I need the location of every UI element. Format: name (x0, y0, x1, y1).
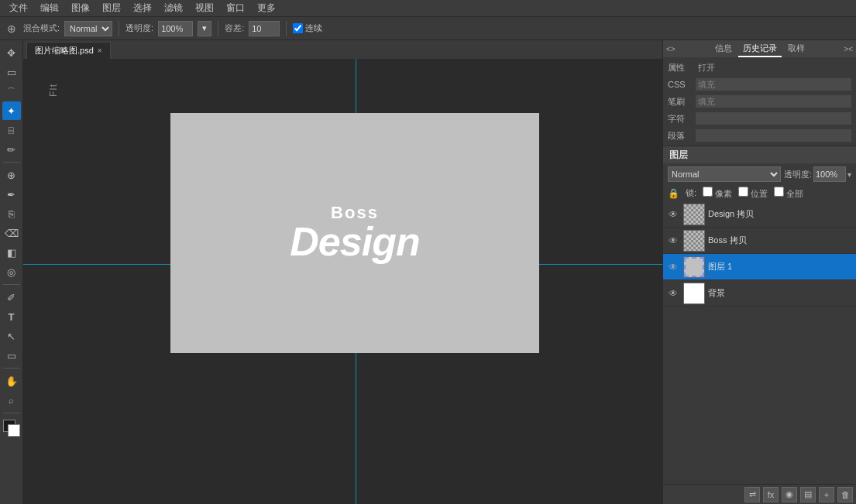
panel-arrows-right[interactable]: >< (844, 45, 853, 53)
paragraph-label: 段落 (668, 130, 696, 142)
panel-row-brush: 笔刷 填充 (663, 93, 856, 110)
brush-label: 笔刷 (668, 96, 696, 108)
panel-arrows-left[interactable]: <> (666, 45, 676, 53)
tool-crop[interactable]: ⌸ (2, 121, 21, 139)
tool-shape[interactable]: ▭ (2, 346, 21, 365)
tool-text[interactable]: T (2, 307, 21, 326)
tool-zoom[interactable]: ⌕ (2, 391, 21, 410)
layer-item-boss-copy[interactable]: 👁 Boss 拷贝 (663, 228, 856, 254)
menu-more[interactable]: 更多 (251, 0, 282, 16)
tool-pen[interactable]: ✐ (2, 288, 21, 307)
lock-pixel-label[interactable]: 像素 (703, 187, 732, 200)
lock-all-label[interactable]: 全部 (774, 187, 803, 200)
attribute-value[interactable]: 打开 (696, 61, 851, 74)
layers-btn-trash[interactable]: 🗑 (837, 487, 853, 502)
background-color[interactable] (8, 424, 20, 437)
color-swatch[interactable] (3, 420, 20, 437)
layer-thumb-design-copy (683, 204, 705, 225)
layer-name-layer1: 图层 1 (708, 261, 853, 273)
tab-psd[interactable]: 图片缩略图.psd × (26, 42, 111, 59)
tool-stamp[interactable]: ⎘ (2, 204, 21, 223)
blend-mode-icon: ⊕ (5, 22, 19, 36)
lock-position-checkbox[interactable] (738, 187, 748, 197)
css-value[interactable]: 填充 (696, 78, 851, 91)
canvas-viewport[interactable]: Boss Design (23, 59, 662, 504)
tab-sample[interactable]: 取样 (783, 41, 810, 57)
toolbar-divider-1 (119, 21, 119, 36)
panel-top: <> 信息 历史记录 取样 >< 属性 打开 CSS 填充 笔刷 (663, 40, 856, 146)
tool-sep-2 (3, 284, 20, 285)
tab-info[interactable]: 信息 (710, 41, 737, 57)
tool-hand[interactable]: ✋ (2, 372, 21, 390)
tool-move[interactable]: ✥ (2, 43, 21, 62)
char-label: 字符 (668, 113, 696, 125)
menu-select[interactable]: 选择 (127, 0, 158, 16)
layers-btn-group[interactable]: ▤ (800, 487, 816, 502)
paragraph-value[interactable] (696, 129, 851, 142)
tool-dodge[interactable]: ◎ (2, 262, 21, 281)
layer-item-background[interactable]: 👁 背景 (663, 280, 856, 307)
panel-row-css: CSS 填充 (663, 76, 856, 93)
tool-eraser[interactable]: ⌫ (2, 224, 21, 242)
brush-value[interactable]: 填充 (696, 95, 851, 108)
continuous-label[interactable]: 连续 (293, 22, 322, 34)
tab-history[interactable]: 历史记录 (738, 41, 782, 57)
tool-sep-3 (3, 368, 20, 369)
layers-opacity-input[interactable] (813, 166, 846, 182)
menu-layer[interactable]: 图层 (96, 0, 127, 16)
menu-filter[interactable]: 滤镜 (158, 0, 189, 16)
tolerance-input[interactable] (249, 21, 280, 36)
canvas-area: FIt 图片缩略图.psd × Boss Design (23, 40, 662, 504)
blend-mode-select[interactable]: Normal (64, 21, 112, 36)
menu-window[interactable]: 窗口 (220, 0, 251, 16)
tool-gradient[interactable]: ◧ (2, 243, 21, 262)
lock-position-label[interactable]: 位置 (738, 187, 768, 200)
layer-thumb-white-background (684, 283, 704, 303)
opacity-label: 透明度: (125, 22, 153, 34)
tool-brush[interactable]: ✒ (2, 185, 21, 204)
tool-sep-4 (3, 413, 20, 413)
tool-lasso[interactable]: ⌒ (2, 82, 21, 101)
psd-canvas[interactable]: Boss Design (170, 113, 539, 353)
layer-name-design-copy: Design 拷贝 (708, 208, 853, 220)
menu-view[interactable]: 视图 (189, 0, 220, 16)
tool-path-select[interactable]: ↖ (2, 327, 21, 345)
char-value[interactable] (696, 112, 851, 125)
layers-blend-select[interactable]: Normal (668, 166, 781, 182)
opacity-input[interactable] (158, 21, 193, 36)
lock-all-checkbox[interactable] (774, 187, 784, 197)
layers-btn-fx[interactable]: fx (763, 487, 779, 502)
layer-eye-layer1[interactable]: 👁 (666, 260, 680, 274)
menu-image[interactable]: 图像 (65, 0, 96, 16)
menu-file[interactable]: 文件 (3, 0, 34, 16)
layer-item-design-copy[interactable]: 👁 Design 拷贝 (663, 201, 856, 228)
opacity-dropdown[interactable]: ▾ (198, 21, 211, 36)
layer-item-layer1[interactable]: 👁 图层 1 (663, 254, 856, 280)
tool-sep-1 (3, 162, 20, 163)
lock-label: 锁: (686, 187, 696, 199)
layer-thumb-dashed-layer1 (684, 257, 704, 277)
lock-pixel-checkbox[interactable] (703, 187, 713, 197)
css-label: CSS (668, 80, 696, 89)
layers-title: 图层 (669, 149, 688, 162)
layers-bottom-bar: ⇌ fx ◉ ▤ + 🗑 (663, 484, 856, 504)
panel-top-header: <> 信息 历史记录 取样 >< (663, 40, 856, 57)
tool-magic-wand[interactable]: ✦ (2, 101, 21, 120)
layers-header: 图层 (663, 146, 856, 163)
toolbar-divider-2 (218, 21, 218, 36)
layer-eye-background[interactable]: 👁 (666, 286, 680, 300)
tool-heal[interactable]: ⊕ (2, 166, 21, 184)
menu-edit[interactable]: 编辑 (34, 0, 65, 16)
layer-eye-boss-copy[interactable]: 👁 (666, 234, 680, 248)
layer-thumb-boss-copy (683, 230, 705, 252)
opacity-dropdown-arrow[interactable]: ▾ (847, 170, 851, 179)
tab-close-btn[interactable]: × (98, 46, 102, 55)
tool-select-rect[interactable]: ▭ (2, 63, 21, 81)
layers-btn-mask[interactable]: ◉ (782, 487, 797, 502)
layers-btn-link[interactable]: ⇌ (744, 487, 760, 502)
tool-eyedropper[interactable]: ✏ (2, 140, 21, 159)
continuous-checkbox[interactable] (293, 23, 303, 33)
layer-eye-design-copy[interactable]: 👁 (666, 207, 680, 221)
layer-name-boss-copy: Boss 拷贝 (708, 235, 853, 246)
layers-btn-new[interactable]: + (819, 487, 834, 502)
